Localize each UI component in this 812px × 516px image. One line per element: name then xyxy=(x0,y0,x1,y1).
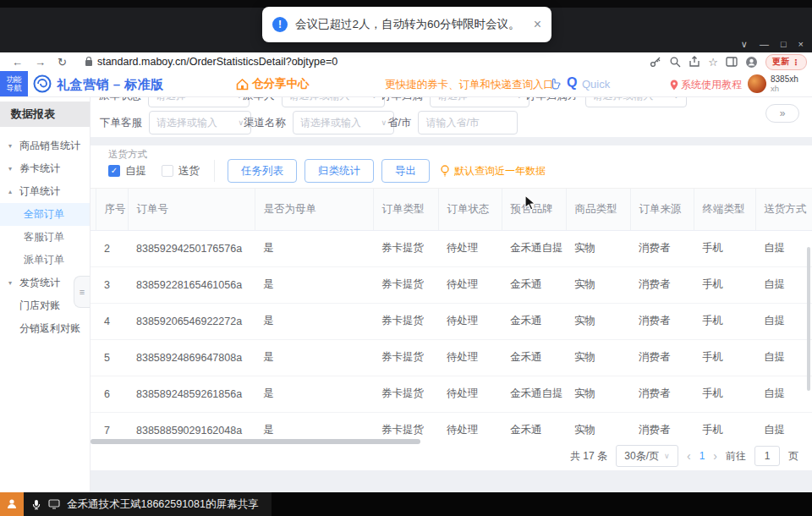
filter-channel-name: 渠道名称 请选择或输入 ∨ xyxy=(244,111,394,134)
window-close-icon[interactable]: × xyxy=(798,39,804,49)
expand-filters-button[interactable]: » xyxy=(765,104,799,123)
window-minimize-icon[interactable]: — xyxy=(760,39,769,49)
channel-name-select[interactable]: 请选择或输入 ∨ xyxy=(293,111,394,134)
sidebar-item-voucher-stats[interactable]: ▾ 券卡统计 xyxy=(0,157,90,180)
column-header[interactable]: 订单来源 xyxy=(630,189,694,230)
side-panel-icon[interactable] xyxy=(726,56,738,68)
tab-search-chevron-icon[interactable]: ∨ xyxy=(741,39,748,50)
quick-q-icon[interactable]: Q xyxy=(567,75,577,91)
cell-delivery: 自提 xyxy=(755,266,812,303)
location-pin-icon xyxy=(670,80,678,91)
sidebar-item-all-orders[interactable]: 全部订单 xyxy=(0,203,90,226)
share-icon[interactable] xyxy=(689,56,700,68)
sidebar-item-dispatch-orders[interactable]: 派单订单 xyxy=(0,249,90,272)
info-icon: ! xyxy=(272,17,288,32)
cell-goods-type[interactable]: 实物 xyxy=(566,230,630,266)
tutorial-link[interactable]: 系统使用教程 xyxy=(670,78,742,92)
cell-terminal: 手机 xyxy=(694,412,755,447)
sidebar-item-rebate-reconcile[interactable]: 分销返利对账 xyxy=(0,317,90,340)
filter-order-owner: 订单归属 请选择 ∨ xyxy=(381,96,529,107)
prev-page-icon[interactable]: ‹ xyxy=(687,449,691,463)
dispatch-status-select[interactable]: 请选择 ∨ xyxy=(148,96,250,107)
cell-order-number: 83858924869647808a xyxy=(128,339,255,376)
cell-terminal: 手机 xyxy=(694,266,755,303)
sidebar-collapse-handle[interactable]: ≡ xyxy=(74,276,90,308)
cell-order-type: 券卡提货 xyxy=(373,266,438,303)
next-page-icon[interactable]: › xyxy=(713,449,717,463)
pickup-checkbox[interactable]: ✓ xyxy=(108,165,120,177)
filter-province-city: 省/市 xyxy=(387,111,518,134)
cell-delivery: 自提 xyxy=(755,339,812,376)
order-owner-select[interactable]: 请选择 ∨ xyxy=(430,96,529,107)
category-stats-button[interactable]: 归类统计 xyxy=(304,159,374,183)
function-nav-button[interactable]: 功能 导航 xyxy=(0,71,28,96)
table-row: 5 83858924869647808a 是 券卡提货 待处理 金禾通 实物 消… xyxy=(91,339,812,376)
column-header[interactable]: 订单状态 xyxy=(438,189,502,230)
column-header[interactable]: 是否为母单 xyxy=(255,189,373,230)
caret-down-icon: ∨ xyxy=(238,118,244,127)
task-list-button[interactable]: 任务列表 xyxy=(228,159,297,183)
caret-down-icon: ▾ xyxy=(8,142,15,150)
menu-dots-icon: ⋮ xyxy=(792,58,800,67)
column-header[interactable]: 订单类型 xyxy=(373,189,438,230)
filter-order-agent: 下单客服 请选择或输入 ∨ xyxy=(100,111,251,134)
quick-label[interactable]: Quick xyxy=(582,78,610,91)
profile-icon[interactable] xyxy=(745,56,758,69)
window-controls: ∨ — □ × xyxy=(741,36,812,52)
password-key-icon[interactable] xyxy=(650,56,661,68)
address-bar: ← → ↻ standard.maboy.cn/OrderStatisticsD… xyxy=(0,52,812,72)
bookmark-star-icon[interactable]: ☆ xyxy=(708,56,718,69)
cell-goods-type[interactable]: 实物 xyxy=(566,266,630,303)
export-button[interactable]: 导出 xyxy=(381,159,430,183)
cell-delivery: 自提 xyxy=(755,376,812,412)
column-header[interactable]: 订单号 xyxy=(128,189,255,230)
cell-goods-type[interactable]: 实物 xyxy=(566,376,630,412)
cell-goods-type[interactable]: 实物 xyxy=(566,412,630,447)
forward-icon[interactable]: → xyxy=(35,56,46,69)
goto-page-input[interactable] xyxy=(754,446,780,466)
current-page[interactable]: 1 xyxy=(700,450,705,462)
cell-order-status: 待处理 xyxy=(438,266,502,303)
vertical-scrollbar[interactable] xyxy=(807,247,810,391)
user-subname: xh xyxy=(771,84,779,93)
cell-order-status: 待处理 xyxy=(438,376,502,412)
delivery-checkbox[interactable] xyxy=(162,165,173,177)
back-icon[interactable]: ← xyxy=(12,56,23,69)
cell-order-number: 83859228165461056a xyxy=(128,266,255,303)
cell-goods-type[interactable]: 实物 xyxy=(566,303,630,339)
sidebar-item-order-stats[interactable]: ▴ 订单统计 xyxy=(0,180,90,203)
column-header[interactable]: 送货方式 xyxy=(755,189,812,230)
sidebar-item-service-orders[interactable]: 客服订单 xyxy=(0,226,90,249)
chrome-update-button[interactable]: 更新 ⋮ xyxy=(765,54,807,70)
presenter-badge[interactable] xyxy=(0,492,24,516)
person-icon xyxy=(5,497,19,511)
order-owner-party-select[interactable]: 请选择或输入 ∨ xyxy=(585,96,687,107)
user-avatar[interactable] xyxy=(748,74,766,93)
app-header: 功能 导航 礼盒营销 – 标准版 仓分享中心 更快捷的券卡、订单和快递查询入口 … xyxy=(0,71,812,97)
lock-icon[interactable] xyxy=(85,60,92,66)
province-city-input[interactable] xyxy=(418,111,518,134)
cell-index: 2 xyxy=(96,230,128,266)
horizontal-scrollbar[interactable] xyxy=(91,439,420,444)
cell-brand: 金禾通自提 xyxy=(502,376,566,412)
main-content: 派单状态 请选择 ∨ 派单人 请选择或输入 ∨ 订单归属 请选择 ∨ xyxy=(91,96,812,492)
order-agent-select[interactable]: 请选择或输入 ∨ xyxy=(149,111,251,134)
share-center-link[interactable]: 仓分享中心 xyxy=(236,76,310,91)
window-maximize-icon[interactable]: □ xyxy=(781,39,787,49)
dispatcher-select[interactable]: 请选择或输入 ∨ xyxy=(282,96,385,107)
microphone-icon xyxy=(31,498,41,511)
column-header[interactable]: 终端类型 xyxy=(694,189,755,230)
reload-icon[interactable]: ↻ xyxy=(58,56,67,69)
toast-close-icon[interactable]: × xyxy=(534,17,541,32)
share-status-text: 金禾通技术王斌18662591081的屏幕共享 xyxy=(67,497,258,512)
page-size-select[interactable]: 30条/页 ∨ xyxy=(616,445,678,467)
cell-order-status: 待处理 xyxy=(438,303,502,339)
url-text[interactable]: standard.maboy.cn/OrderStatisticsDetail?… xyxy=(97,56,337,68)
sidebar-item-product-sales[interactable]: ▾ 商品销售统计 xyxy=(0,134,90,157)
column-header[interactable]: 商品类型 xyxy=(566,189,630,230)
cell-goods-type[interactable]: 实物 xyxy=(566,339,630,376)
zoom-icon[interactable] xyxy=(669,56,681,68)
pointer-hand-icon xyxy=(549,78,561,90)
cell-brand: 金禾通 xyxy=(502,266,566,303)
column-header[interactable]: 序号 xyxy=(96,189,128,230)
